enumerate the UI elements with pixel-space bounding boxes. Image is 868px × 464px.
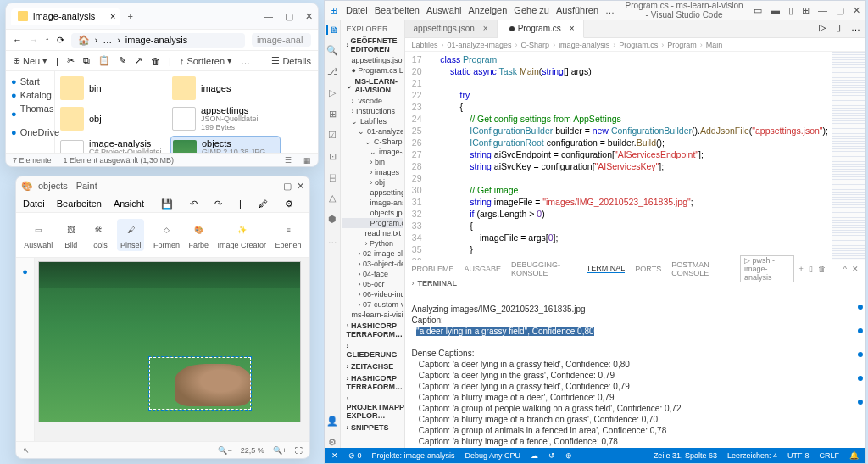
sidebar-section[interactable]: › HASHICORP TERRAFORM… [342,372,402,393]
more-icon[interactable]: … [846,20,865,37]
file-item[interactable]: obj [58,103,169,134]
explorer-tab[interactable]: image-analysis × [11,8,120,25]
details-button[interactable]: ☰ Details [271,55,311,66]
project-status[interactable]: Projekte: image-analysis [372,451,455,460]
new-button[interactable]: ⊕ Neu ▾ [13,55,47,66]
forward-icon[interactable]: → [29,35,38,45]
menu-item[interactable]: Bearbeiten [375,5,420,15]
toolbar-icon[interactable]: 💾 [161,198,173,210]
paint-canvas[interactable] [35,258,309,441]
more-icon[interactable]: … [241,56,250,66]
toolbar-icon[interactable]: 🖉 [259,198,268,209]
tree-item[interactable]: › 07-custom-vision-i… [342,299,402,310]
refresh-icon[interactable]: ⟳ [57,35,64,46]
file-item[interactable]: objectsGIMP 2.10.38 JPG1,30 MB [170,136,281,153]
tree-item[interactable]: ms-learn-ai-vision.sln [342,310,402,320]
tree-item[interactable]: › Python [342,238,402,249]
editor-tab[interactable]: Program.cs × [498,20,584,38]
menu-item[interactable]: Ansicht [114,198,144,209]
tree-item[interactable]: ⌄ C-Sharp [342,137,402,147]
account-icon[interactable]: 👤 [326,416,338,427]
sidebar-section[interactable]: › HASHICORP TERRAFORM… [342,320,402,340]
close-icon[interactable]: × [570,24,575,33]
tree-item[interactable]: objects.jpg [342,208,402,218]
paste-icon[interactable]: 📋 [98,55,110,66]
indentation[interactable]: Leerzeichen: 4 [727,451,777,460]
minimize-icon[interactable]: — [264,11,273,22]
panel-tab[interactable]: PORTS [635,265,661,273]
search-input[interactable]: image-anal [252,33,311,47]
run-icon[interactable]: ▷ [814,20,831,37]
eol[interactable]: CRLF [819,451,839,460]
nav-item[interactable]: ● Katalog [8,88,53,102]
nav-item[interactable]: ● Thomas - [8,102,53,126]
rename-icon[interactable]: ✎ [119,55,126,66]
toolbar-icon[interactable]: ↶ [190,198,198,210]
terminal-indicator-icon[interactable] [858,400,863,405]
close-icon[interactable]: × [483,24,488,33]
tree-item[interactable]: › .vscode [342,96,402,106]
tree-item[interactable]: appsettings.json [342,187,402,198]
sidebar-section[interactable]: › PROJEKTMAPPEN-EXPLOR… [342,393,402,422]
close-icon[interactable]: × [110,11,115,21]
workspace-section[interactable]: ⌄ MS-LEARN-AI-VISION [342,75,402,96]
copy-icon[interactable]: ⧉ [83,55,90,66]
tree-item[interactable]: › 03-object-detection [342,259,402,269]
test-icon[interactable]: ☑ [328,130,337,141]
split-terminal-icon[interactable]: ▯ [809,265,813,273]
ribbon-group-tools[interactable]: 🛠Tools [89,221,108,249]
panel-tab[interactable]: DEBUGGING-KONSOLE [511,260,576,277]
breadcrumb-segment[interactable]: image-analysis [559,41,609,49]
tree-item[interactable]: › bin [342,157,402,167]
editor-breadcrumb[interactable]: Labfiles01-analyze-imagesC-Sharpimage-an… [405,38,865,52]
search-icon[interactable]: 🔍 [326,45,338,56]
up-icon[interactable]: ↑ [45,35,50,45]
tree-item[interactable]: image-analysis… [342,198,402,208]
menu-item[interactable]: Ausführen [556,5,598,15]
panel-tab[interactable]: POSTMAN CONSOLE [671,260,730,277]
menu-item[interactable]: … [605,5,615,15]
minimize-icon[interactable]: — [818,5,827,16]
file-item[interactable]: bin [58,75,169,102]
tree-item[interactable]: › 04-face [342,269,402,279]
open-editor-item[interactable]: ● Program.cs Labfi… [342,65,402,75]
ribbon-group-ebenen[interactable]: ≡Ebenen [275,221,302,249]
maximize-icon[interactable]: ▢ [285,11,293,22]
notifications-icon[interactable]: 🔔 [849,451,859,460]
file-item[interactable]: appsettingsJSON-Quelldatei199 Bytes [170,103,281,134]
more-icon[interactable]: … [831,265,838,273]
layout-icon[interactable]: ▭ [754,5,762,16]
azure-icon[interactable]: △ [329,193,336,204]
layout-icon[interactable]: ▬ [771,5,780,16]
open-editors-section[interactable]: › GEÖFFNETE EDITOREN [342,35,402,55]
tree-item[interactable]: readme.txt [342,228,402,238]
debug-config[interactable]: Debug Any CPU [465,451,521,460]
tree-item[interactable]: › 06-video-indexer [342,289,402,299]
tree-item[interactable]: › images [342,167,402,177]
cursor-position[interactable]: Zeile 31, Spalte 63 [654,451,717,460]
ribbon-group-image creator[interactable]: ✨Image Creator [218,221,267,249]
fit-icon[interactable]: ⛶ [295,446,303,455]
ribbon-group-farbe[interactable]: 🎨Farbe [188,221,209,249]
menu-item[interactable]: Bearbeiten [57,198,102,209]
terminal-indicator-icon[interactable] [858,376,863,381]
remote-button[interactable]: ✕ [331,451,338,460]
terminal-indicator-icon[interactable] [858,328,863,333]
tree-item[interactable]: › obj [342,177,402,187]
errors-button[interactable]: ⊘ 0 [348,451,362,460]
terminal[interactable]: Analyzing images/IMG_20210523_161835.jpg… [405,289,854,448]
minimap[interactable] [832,52,865,260]
editor-tab[interactable]: appsettings.json × [405,20,498,37]
sidebar-section[interactable]: › ZEITACHSE [342,361,402,372]
database-icon[interactable]: ⌸ [330,172,336,182]
toolbar-icon[interactable]: ↷ [214,198,222,210]
sidebar-section[interactable]: › GLIEDERUNG [342,340,402,361]
breadcrumb-segment[interactable]: Program [667,41,697,49]
maximize-icon[interactable]: ▢ [283,181,292,192]
tree-item[interactable]: Program.cs [342,218,402,228]
file-item[interactable]: images [170,75,281,102]
view-list-icon[interactable]: ☰ [285,156,292,165]
source-control-icon[interactable]: ⎇ [327,66,338,77]
extensions-icon[interactable]: ⊞ [329,109,337,120]
close-icon[interactable]: ✕ [297,181,304,192]
